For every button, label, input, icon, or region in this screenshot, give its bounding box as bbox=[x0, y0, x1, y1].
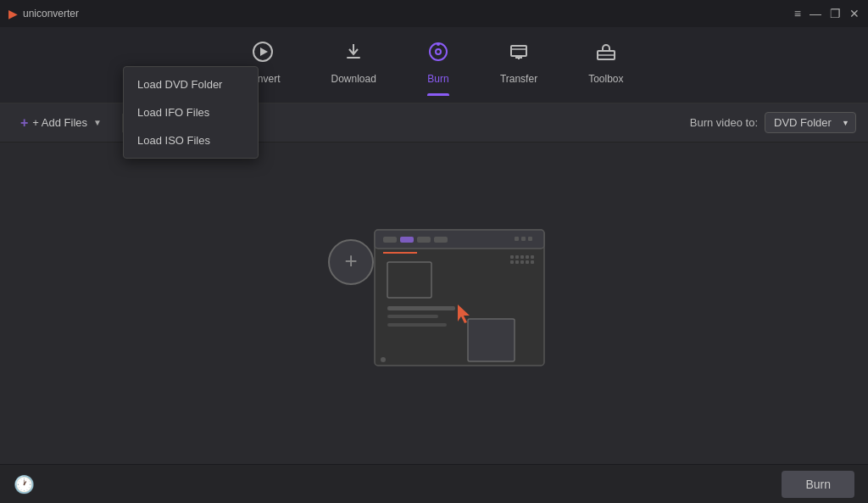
load-dvd-dropdown-menu: Load DVD Folder Load IFO Files Load ISO … bbox=[123, 66, 259, 159]
menu-icon[interactable]: ≡ bbox=[794, 7, 801, 20]
burn-icon bbox=[427, 41, 449, 68]
download-icon bbox=[342, 41, 364, 68]
svg-rect-36 bbox=[531, 255, 534, 259]
burn-to-section: Burn video to: DVD Folder ISO File DVD D… bbox=[690, 112, 856, 133]
svg-rect-22 bbox=[521, 237, 526, 241]
dropdown-item-dvd-folder[interactable]: Load DVD Folder bbox=[124, 70, 258, 98]
svg-rect-26 bbox=[387, 306, 455, 310]
svg-rect-19 bbox=[417, 237, 431, 243]
burn-target-select-wrapper: DVD Folder ISO File DVD Disc bbox=[765, 112, 856, 133]
nav-download-label: Download bbox=[331, 73, 376, 85]
nav-item-download[interactable]: Download bbox=[331, 41, 376, 90]
add-files-label: + Add Files bbox=[32, 116, 87, 129]
svg-rect-33 bbox=[515, 255, 519, 259]
bottombar: 🕐 Burn bbox=[0, 464, 868, 503]
svg-rect-41 bbox=[531, 260, 534, 264]
close-icon[interactable]: ✕ bbox=[849, 7, 860, 20]
minimize-icon[interactable]: — bbox=[810, 7, 821, 20]
svg-text:+: + bbox=[344, 248, 357, 273]
svg-point-6 bbox=[437, 42, 440, 46]
svg-rect-30 bbox=[468, 319, 515, 361]
nav-transfer-label: Transfer bbox=[500, 73, 537, 85]
svg-rect-38 bbox=[515, 260, 519, 264]
svg-rect-23 bbox=[528, 237, 532, 241]
titlebar-controls: ≡ — ❐ ✕ bbox=[794, 7, 860, 20]
nav-item-toolbox[interactable]: Toolbox bbox=[588, 41, 623, 90]
svg-rect-40 bbox=[526, 260, 529, 264]
svg-rect-27 bbox=[387, 315, 438, 318]
svg-rect-37 bbox=[510, 260, 514, 264]
svg-rect-39 bbox=[520, 260, 524, 264]
svg-rect-18 bbox=[400, 237, 414, 243]
convert-icon bbox=[252, 41, 274, 68]
toolbox-icon bbox=[595, 41, 617, 68]
transfer-icon bbox=[508, 41, 530, 68]
svg-rect-21 bbox=[515, 237, 519, 241]
maximize-icon[interactable]: ❐ bbox=[830, 7, 841, 20]
main-content: + bbox=[0, 143, 868, 464]
burn-video-to-label: Burn video to: bbox=[690, 116, 758, 129]
burn-target-select[interactable]: DVD Folder ISO File DVD Disc bbox=[765, 112, 856, 133]
add-files-button[interactable]: + + Add Files ▼ bbox=[12, 111, 110, 135]
center-illustration: + bbox=[307, 213, 561, 394]
svg-rect-35 bbox=[526, 255, 529, 259]
svg-rect-7 bbox=[511, 46, 526, 56]
dropdown-item-ifo-files[interactable]: Load IFO Files bbox=[124, 98, 258, 126]
svg-point-31 bbox=[381, 357, 386, 362]
svg-rect-3 bbox=[347, 57, 360, 59]
svg-rect-32 bbox=[510, 255, 514, 259]
burn-button[interactable]: Burn bbox=[782, 471, 854, 498]
nav-item-transfer[interactable]: Transfer bbox=[500, 41, 537, 90]
svg-rect-20 bbox=[434, 237, 448, 243]
nav-burn-label: Burn bbox=[427, 73, 448, 85]
nav-item-burn[interactable]: Burn bbox=[427, 41, 449, 90]
svg-rect-28 bbox=[387, 323, 447, 327]
titlebar: ▶ uniconverter ≡ — ❐ ✕ bbox=[0, 0, 868, 27]
svg-rect-17 bbox=[383, 237, 397, 243]
app-logo-icon: ▶ bbox=[8, 7, 18, 20]
svg-point-5 bbox=[436, 49, 441, 54]
dropdown-item-iso-files[interactable]: Load ISO Files bbox=[124, 126, 258, 154]
add-files-arrow: ▼ bbox=[93, 118, 102, 127]
svg-rect-34 bbox=[520, 255, 524, 259]
nav-toolbox-label: Toolbox bbox=[588, 73, 623, 85]
plus-icon: + bbox=[20, 115, 28, 131]
app-name: uniconverter bbox=[23, 8, 79, 20]
svg-marker-1 bbox=[260, 48, 268, 56]
titlebar-left: ▶ uniconverter bbox=[8, 7, 79, 20]
history-icon[interactable]: 🕐 bbox=[14, 474, 35, 495]
